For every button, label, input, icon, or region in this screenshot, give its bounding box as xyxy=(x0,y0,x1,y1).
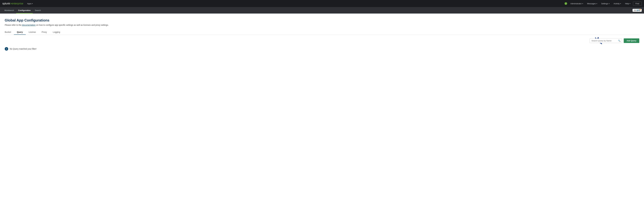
tab-bucket[interactable]: Bucket xyxy=(5,30,14,35)
add-query-button[interactable]: Add Query xyxy=(624,38,639,43)
messages-label: Messages xyxy=(587,3,596,5)
splunk-logo[interactable]: splunk>enterprise xyxy=(2,2,23,5)
no-results-text: No Query matched your filter! xyxy=(10,48,36,50)
search-icon-button[interactable]: 🔍 xyxy=(618,40,620,42)
enterprise-label: enterprise xyxy=(12,2,23,5)
top-navigation: splunk>enterprise Apps ▾ ✓ Administrator… xyxy=(0,0,644,7)
administrator-caret-icon: ▾ xyxy=(582,3,583,5)
tab-navigation: BucketQueryLicenseProxyLogging xyxy=(5,30,639,35)
s3spl-badge: S3 SPL xyxy=(632,9,642,12)
apps-label: Apps xyxy=(27,3,32,5)
administrator-menu[interactable]: Administrator ▾ xyxy=(569,0,584,7)
tab-logging[interactable]: Logging xyxy=(50,30,63,35)
status-indicator: ✓ xyxy=(564,2,567,5)
search-label: Search xyxy=(35,9,41,12)
find-button[interactable]: Find xyxy=(633,2,642,6)
info-icon: i xyxy=(5,47,8,51)
activity-label: Activity xyxy=(614,3,620,5)
description-after-link: on how to configure app specific setting… xyxy=(36,24,108,26)
settings-label: Settings xyxy=(601,3,608,5)
main-content: Global App Configurations Please refer t… xyxy=(0,14,644,57)
badge-notification-dot xyxy=(640,9,641,10)
content-area: 🔍 Add Query i No Query matched your filt… xyxy=(5,38,639,52)
messages-menu[interactable]: Messages ▾ xyxy=(586,0,598,7)
activity-menu[interactable]: Activity ▾ xyxy=(612,0,622,7)
configuration-tab[interactable]: Configuration xyxy=(16,7,33,14)
settings-menu[interactable]: Settings ▾ xyxy=(600,0,611,7)
help-menu[interactable]: Help ▾ xyxy=(624,0,632,7)
search-icon: 🔍 xyxy=(618,40,620,42)
search-query-input[interactable] xyxy=(590,38,622,43)
tab-query[interactable]: Query xyxy=(14,30,26,35)
messages-caret-icon: ▾ xyxy=(596,3,597,5)
documentation-link[interactable]: documentation xyxy=(22,24,36,26)
tab-license[interactable]: License xyxy=(26,30,39,35)
description-before-link: Please refer to the xyxy=(5,24,22,26)
no-results-message: i No Query matched your filter! xyxy=(5,46,639,52)
tab-proxy[interactable]: Proxy xyxy=(39,30,50,35)
search-input-wrapper: 🔍 xyxy=(590,38,622,43)
sub-navigation: Workbench Configuration Search S3 SPL xyxy=(0,7,644,14)
splunk-word: splunk xyxy=(2,2,10,5)
workbench-tab[interactable]: Workbench xyxy=(2,7,16,14)
page-title: Global App Configurations xyxy=(5,18,639,22)
search-action-bar: 🔍 Add Query xyxy=(5,38,639,43)
activity-caret-icon: ▾ xyxy=(620,3,621,5)
configuration-label: Configuration xyxy=(18,9,31,12)
administrator-label: Administrator xyxy=(570,3,582,5)
workbench-label: Workbench xyxy=(4,9,14,12)
apps-menu[interactable]: Apps ▾ xyxy=(26,0,34,7)
settings-caret-icon: ▾ xyxy=(609,3,610,5)
apps-caret-icon: ▾ xyxy=(32,3,33,5)
help-label: Help xyxy=(625,3,629,5)
help-caret-icon: ▾ xyxy=(630,3,630,5)
search-tab[interactable]: Search xyxy=(33,7,43,14)
splunk-brand-text: splunk> xyxy=(2,2,12,5)
page-description: Please refer to the documentation on how… xyxy=(5,24,639,26)
badge-s3-text: S3 xyxy=(634,9,636,12)
gt-symbol: > xyxy=(10,2,12,5)
